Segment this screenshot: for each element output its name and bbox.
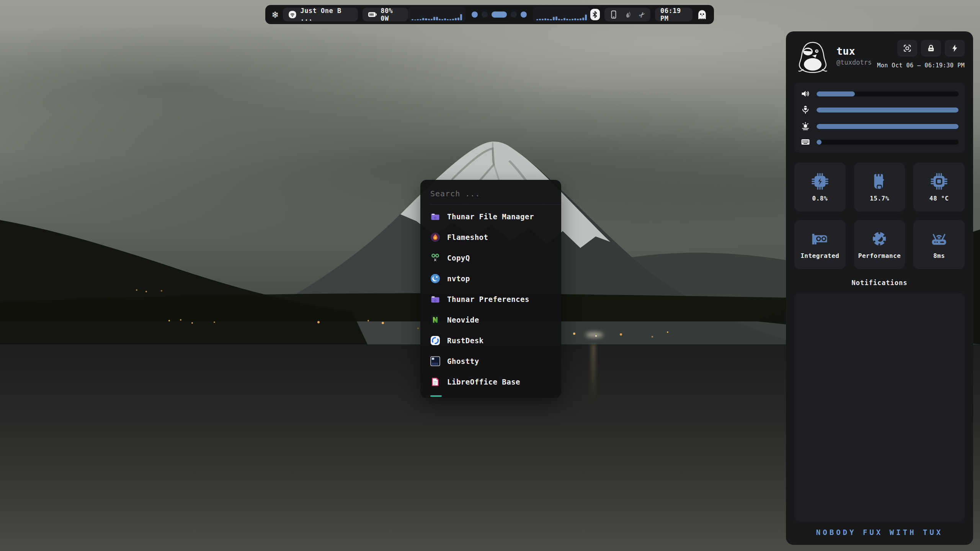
app-item-ghostty[interactable]: Ghostty (420, 351, 561, 372)
bluetooth-icon (592, 11, 598, 18)
clock-widget[interactable]: 06:19 PM (655, 8, 693, 21)
app-item-thunar-file-manager[interactable]: Thunar File Manager (420, 206, 561, 227)
workspace-dot-occupied[interactable] (521, 11, 527, 18)
app-item-thunar-preferences[interactable]: Thunar Preferences (420, 289, 561, 310)
brightness-icon (800, 122, 810, 131)
tux-avatar (794, 40, 831, 75)
ghostty-icon (430, 356, 440, 366)
network-latency-label: 8ms (933, 252, 945, 259)
search-input[interactable] (420, 186, 561, 202)
app-list: Thunar File Manager Flameshot (420, 206, 561, 397)
quick-action-buttons (897, 40, 965, 57)
app-label: nvtop (447, 274, 470, 283)
rustdesk-icon (430, 336, 440, 346)
network-latency-tile: 8ms (913, 220, 965, 269)
network-graph-widget (533, 7, 590, 22)
app-item-neovide[interactable]: Neovide (420, 310, 561, 330)
app-item-partial[interactable] (430, 395, 442, 397)
brightness-slider[interactable] (800, 122, 959, 131)
performance-gauge-icon (871, 230, 888, 248)
thunar-folder-icon (430, 294, 440, 304)
keyboard-backlight-fill (817, 140, 822, 145)
ghost-button[interactable] (697, 10, 707, 20)
keyboard-backlight-track[interactable] (817, 140, 959, 145)
flame-icon[interactable] (624, 10, 632, 19)
battery-icon (368, 11, 377, 18)
power-button[interactable] (945, 40, 965, 57)
cpu-icon (811, 173, 829, 190)
workspace-dot-empty[interactable] (511, 11, 517, 18)
ram-usage-label: 15.7% (870, 195, 889, 202)
app-label: LibreOffice Base (447, 378, 520, 386)
app-item-copyq[interactable]: CopyQ (420, 248, 561, 268)
volume-track[interactable] (817, 91, 959, 96)
screenshot-button[interactable] (897, 40, 917, 57)
notifications-title: Notifications (794, 279, 965, 287)
sidebar-footer-text: NOBODY FUX WITH TUX (794, 528, 965, 536)
shore-light-glow (586, 332, 603, 337)
gpu-icon (811, 230, 829, 248)
chip-temperature-icon (930, 173, 948, 190)
shore-lights (168, 320, 170, 321)
bluetooth-button[interactable] (590, 9, 599, 20)
bar-center-group (408, 7, 590, 22)
bar-right-group: ✂ 06:19 PM (590, 8, 707, 21)
microphone-fill (817, 108, 959, 112)
microphone-icon (800, 105, 810, 114)
speaker-icon (800, 90, 810, 98)
snowflake-icon[interactable]: ❄ (272, 10, 278, 20)
phone-icon[interactable] (610, 10, 617, 19)
microphone-slider[interactable] (800, 105, 959, 114)
workspace-dot-active[interactable] (492, 11, 507, 18)
media-home-icon (288, 10, 297, 19)
scissors-icon[interactable]: ✂ (637, 9, 647, 20)
power-profile-tile[interactable]: Performance (854, 220, 905, 269)
libreoffice-base-icon (430, 377, 440, 387)
lock-button[interactable] (921, 40, 941, 57)
ghost-icon (697, 10, 707, 20)
system-stats-grid: 0.8% 15.7% (794, 163, 965, 269)
app-launcher: Thunar File Manager Flameshot (420, 180, 561, 398)
user-handle: @tuxdotrs (836, 59, 872, 66)
tray-widget: ✂ (604, 8, 650, 21)
app-label: Ghostty (447, 357, 479, 365)
app-item-rustdesk[interactable]: RustDesk (420, 330, 561, 351)
volume-slider[interactable] (800, 90, 959, 98)
top-status-bar: ❄ Just One B ... 80% 0W (265, 5, 714, 24)
lightning-icon (950, 44, 959, 53)
now-playing-label: Just One B ... (300, 7, 352, 22)
app-item-flameshot[interactable]: Flameshot (420, 227, 561, 248)
app-label: CopyQ (447, 254, 470, 262)
keyboard-icon (800, 138, 810, 146)
router-icon (930, 230, 948, 248)
cpu-usage-label: 0.8% (812, 195, 828, 202)
lock-icon (926, 44, 936, 53)
username: tux (836, 45, 872, 57)
app-item-libreoffice-base[interactable]: LibreOffice Base (420, 372, 561, 392)
now-playing-widget[interactable]: Just One B ... (283, 8, 358, 21)
workspace-dot-empty[interactable] (482, 11, 488, 18)
app-item-nvtop[interactable]: nvtop (420, 268, 561, 289)
thunar-folder-icon (430, 212, 440, 222)
power-profile-label: Performance (858, 252, 901, 259)
cpu-graph-widget (408, 7, 466, 22)
light-reflection (591, 344, 596, 402)
keyboard-backlight-slider[interactable] (800, 138, 959, 146)
brightness-track[interactable] (817, 124, 959, 129)
datetime-label: Mon Oct 06 – 06:19:30 PM (877, 62, 965, 69)
gpu-mode-tile[interactable]: Integrated (794, 220, 846, 269)
ram-usage-tile: 15.7% (854, 163, 905, 212)
cpu-temp-tile: 48 °C (913, 163, 965, 212)
workspace-dot-occupied[interactable] (472, 11, 478, 18)
app-label: RustDesk (447, 336, 484, 345)
volume-fill (817, 91, 855, 96)
microphone-track[interactable] (817, 108, 959, 112)
cpu-temp-label: 48 °C (929, 195, 949, 202)
user-identity: tux @tuxdotrs (836, 45, 872, 66)
control-sidebar: tux @tuxdotrs (786, 31, 973, 545)
workspace-switcher[interactable] (472, 11, 527, 18)
notifications-panel (794, 293, 965, 522)
app-label: Thunar Preferences (447, 295, 529, 303)
battery-widget[interactable]: 80% 0W (363, 8, 408, 21)
brightness-fill (817, 124, 959, 129)
